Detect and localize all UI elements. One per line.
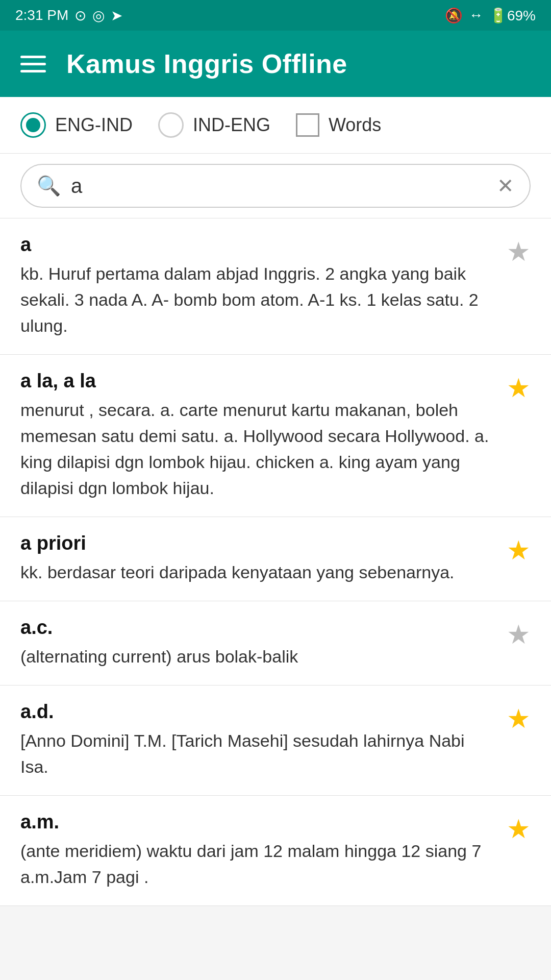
dict-entry-4-word: a.d. <box>20 701 496 723</box>
dict-entry-2-def: kk. berdasar teori daripada kenyataan ya… <box>20 559 496 585</box>
radio-ind-eng[interactable] <box>158 112 184 138</box>
star-button-5[interactable]: ★ <box>507 814 531 844</box>
dict-entry-3-content: a.c. (alternating current) arus bolak-ba… <box>20 617 496 670</box>
filter-words-label: Words <box>329 114 381 136</box>
dictionary-list: a kb. Huruf pertama dalam abjad Inggris.… <box>0 218 551 906</box>
search-icon: 🔍 <box>37 175 61 197</box>
app-bar: Kamus Inggris Offline <box>0 31 551 97</box>
filter-ind-eng[interactable]: IND-ENG <box>158 112 270 138</box>
dict-entry-0-def: kb. Huruf pertama dalam abjad Inggris. 2… <box>20 261 496 339</box>
app-title: Kamus Inggris Offline <box>66 48 347 79</box>
dict-entry-2-content: a priori kk. berdasar teori daripada ken… <box>20 532 496 585</box>
dict-entry-0-word: a <box>20 234 496 256</box>
dict-entry-4-def: [Anno Domini] T.M. [Tarich Masehi] sesud… <box>20 728 496 780</box>
battery-icon: 🔋69% <box>489 7 536 24</box>
dict-entry-2: a priori kk. berdasar teori daripada ken… <box>0 517 551 601</box>
dict-entry-5: a.m. (ante meridiem) waktu dari jam 12 m… <box>0 796 551 906</box>
clear-icon[interactable]: ✕ <box>497 174 514 198</box>
dict-entry-3-def: (alternating current) arus bolak-balik <box>20 644 496 670</box>
network-icon: ↔ <box>469 7 483 23</box>
dict-entry-5-def: (ante meridiem) waktu dari jam 12 malam … <box>20 838 496 890</box>
filter-words[interactable]: Words <box>296 113 381 137</box>
dict-entry-2-word: a priori <box>20 532 496 554</box>
filter-row: ENG-IND IND-ENG Words <box>0 97 551 154</box>
star-button-1[interactable]: ★ <box>507 373 531 403</box>
radio-eng-ind-inner <box>26 118 40 132</box>
status-left: 2:31 PM ⊙ ◎ ➤ <box>15 7 122 24</box>
dict-entry-3: a.c. (alternating current) arus bolak-ba… <box>0 601 551 685</box>
search-input[interactable] <box>71 175 487 198</box>
dict-entry-5-word: a.m. <box>20 811 496 833</box>
filter-eng-ind-label: ENG-IND <box>55 114 133 136</box>
dict-entry-1-content: a la, a la menurut , secara. a. carte me… <box>20 370 496 501</box>
star-button-2[interactable]: ★ <box>507 535 531 566</box>
filter-eng-ind[interactable]: ENG-IND <box>20 112 133 138</box>
dict-entry-0: a kb. Huruf pertama dalam abjad Inggris.… <box>0 218 551 355</box>
dict-entry-4: a.d. [Anno Domini] T.M. [Tarich Masehi] … <box>0 685 551 796</box>
mute-icon: 🔕 <box>445 7 463 24</box>
dict-entry-0-content: a kb. Huruf pertama dalam abjad Inggris.… <box>20 234 496 339</box>
dict-entry-1-word: a la, a la <box>20 370 496 392</box>
menu-button[interactable] <box>20 56 46 72</box>
status-bar: 2:31 PM ⊙ ◎ ➤ 🔕 ↔ 🔋69% <box>0 0 551 31</box>
search-container: 🔍 ✕ <box>0 154 551 218</box>
star-button-3[interactable]: ★ <box>507 619 531 650</box>
send-icon: ➤ <box>111 7 122 24</box>
checkbox-words[interactable] <box>296 113 319 137</box>
dict-entry-4-content: a.d. [Anno Domini] T.M. [Tarich Masehi] … <box>20 701 496 780</box>
dict-entry-3-word: a.c. <box>20 617 496 639</box>
star-button-4[interactable]: ★ <box>507 703 531 734</box>
star-button-0[interactable]: ★ <box>507 236 531 267</box>
location-icon: ◎ <box>92 7 105 24</box>
dict-entry-1-def: menurut , secara. a. carte menurut kartu… <box>20 397 496 501</box>
status-time: 2:31 PM <box>15 7 68 23</box>
dict-entry-5-content: a.m. (ante meridiem) waktu dari jam 12 m… <box>20 811 496 890</box>
sync-icon: ⊙ <box>74 7 86 24</box>
search-box: 🔍 ✕ <box>20 164 531 208</box>
filter-ind-eng-label: IND-ENG <box>193 114 270 136</box>
radio-eng-ind[interactable] <box>20 112 46 138</box>
status-right: 🔕 ↔ 🔋69% <box>445 7 536 24</box>
dict-entry-1: a la, a la menurut , secara. a. carte me… <box>0 355 551 517</box>
